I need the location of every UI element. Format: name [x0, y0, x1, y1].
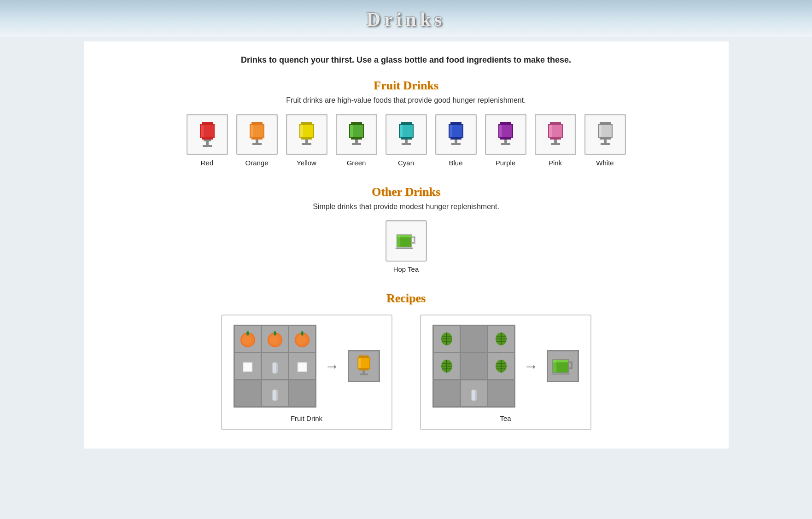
svg-rect-40	[450, 125, 452, 137]
svg-rect-47	[499, 125, 502, 137]
craft-cell-orange3	[289, 326, 315, 352]
svg-rect-7	[203, 145, 212, 147]
drink-label-cyan: Cyan	[398, 159, 414, 167]
recipe-row-fruit: →	[234, 325, 380, 408]
svg-rect-130	[553, 360, 556, 372]
svg-rect-10	[251, 138, 263, 140]
svg-point-83	[297, 335, 306, 344]
fruit-drinks-title: Fruit Drinks	[102, 79, 710, 93]
svg-rect-93	[273, 390, 276, 401]
craft-cell-hop2	[488, 326, 514, 352]
svg-rect-71	[395, 248, 413, 249]
svg-rect-2	[202, 138, 213, 140]
svg-rect-57	[600, 122, 611, 124]
arrow-fruit: →	[325, 358, 339, 375]
svg-rect-33	[400, 125, 403, 137]
svg-rect-68	[412, 242, 415, 244]
svg-rect-98	[358, 358, 361, 368]
drink-label-orange: Orange	[245, 159, 268, 167]
svg-rect-50	[550, 122, 561, 124]
drink-icon-yellow	[286, 114, 327, 155]
svg-rect-14	[252, 143, 262, 145]
svg-rect-36	[450, 122, 461, 124]
svg-rect-127	[571, 362, 572, 367]
svg-point-79	[269, 335, 279, 344]
craft-cell-empty3	[461, 326, 487, 352]
svg-rect-27	[355, 140, 358, 143]
drink-hop-tea: Hop Tea	[386, 220, 427, 273]
svg-rect-131	[551, 373, 570, 375]
svg-rect-90	[298, 363, 306, 371]
recipe-label-tea: Tea	[500, 414, 511, 422]
svg-rect-100	[360, 373, 368, 375]
fruit-drinks-desc: Fruit drinks are high-value foods that p…	[102, 96, 710, 105]
drink-label-hop-tea: Hop Tea	[393, 265, 419, 273]
craft-cell-empty1	[235, 380, 261, 406]
svg-rect-62	[604, 140, 607, 143]
recipes-grid: → Fruit Drink	[102, 315, 710, 430]
svg-point-82	[301, 331, 304, 336]
craft-cell-sugar2	[289, 353, 315, 379]
svg-rect-86	[274, 359, 276, 362]
drink-icon-blue	[435, 114, 477, 155]
svg-rect-54	[549, 125, 552, 137]
svg-rect-43	[500, 122, 511, 124]
svg-rect-13	[256, 140, 258, 143]
svg-rect-41	[455, 140, 457, 143]
craft-grid-tea	[432, 325, 515, 408]
svg-rect-56	[551, 143, 560, 145]
svg-rect-88	[273, 362, 276, 373]
craft-cell-empty2	[289, 380, 315, 406]
craft-cell-orange1	[235, 326, 261, 352]
other-drinks-grid: Hop Tea	[102, 220, 710, 273]
drink-green: Green	[336, 114, 377, 167]
svg-rect-128	[569, 367, 572, 369]
craft-cell-empty6	[488, 380, 514, 406]
svg-rect-8	[251, 122, 263, 124]
recipes-title: Recipes	[102, 292, 710, 305]
svg-rect-61	[599, 125, 602, 137]
arrow-tea: →	[524, 358, 538, 375]
svg-point-78	[274, 331, 276, 336]
drink-pink: Pink	[535, 114, 576, 167]
recipe-label-fruit: Fruit Drink	[291, 414, 322, 422]
svg-rect-24	[351, 138, 362, 140]
svg-rect-15	[301, 122, 312, 124]
svg-rect-5	[201, 125, 204, 137]
recipe-row-tea: →	[432, 325, 579, 408]
svg-rect-49	[501, 143, 510, 145]
svg-rect-94	[359, 356, 368, 357]
drink-icon-red	[187, 114, 228, 155]
fruit-drinks-section: Fruit Drinks Fruit drinks are high-value…	[102, 79, 710, 167]
craft-cell-hop3	[434, 353, 460, 379]
svg-rect-6	[206, 141, 209, 145]
svg-rect-63	[601, 143, 610, 145]
svg-rect-121	[473, 386, 475, 390]
drink-label-yellow: Yellow	[297, 159, 316, 167]
drink-icon-white	[584, 114, 626, 155]
svg-rect-3	[204, 140, 211, 141]
svg-rect-21	[302, 143, 311, 145]
drink-label-white: White	[596, 159, 613, 167]
svg-rect-42	[451, 143, 461, 145]
svg-rect-91	[274, 386, 276, 390]
recipe-tea: → Tea	[420, 315, 591, 430]
result-fruit-drink	[348, 350, 380, 382]
drink-label-pink: Pink	[549, 159, 562, 167]
drink-yellow: Yellow	[286, 114, 327, 167]
craft-cell-bottle	[262, 353, 288, 379]
page-title: Drinks	[0, 8, 812, 30]
svg-rect-22	[351, 122, 362, 124]
svg-rect-85	[244, 363, 251, 371]
page-content: Drinks to quench your thirst. Use a glas…	[84, 41, 729, 449]
craft-cell-empty5	[434, 380, 460, 406]
drink-label-red: Red	[201, 159, 214, 167]
fruit-drinks-grid: Red Orange	[102, 114, 710, 167]
svg-rect-19	[300, 125, 303, 137]
drink-red: Red	[187, 114, 228, 167]
svg-rect-96	[359, 369, 368, 370]
svg-rect-35	[402, 143, 411, 145]
svg-rect-45	[500, 138, 511, 140]
drink-icon-orange	[236, 114, 278, 155]
svg-rect-52	[550, 138, 561, 140]
